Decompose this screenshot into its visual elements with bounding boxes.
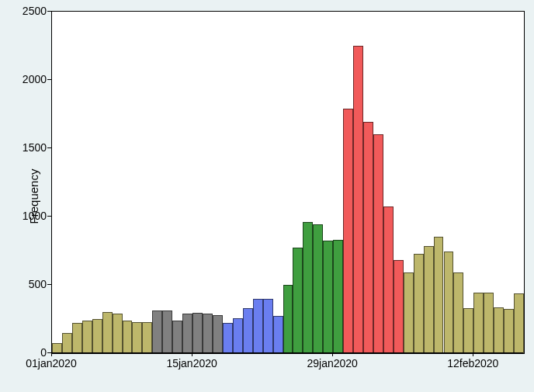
bar [273, 316, 283, 353]
bar [424, 246, 434, 353]
bar [162, 310, 172, 353]
y-tick-label: 2000 [8, 73, 47, 85]
bar [353, 46, 363, 353]
bar [263, 299, 273, 353]
bar [434, 237, 444, 353]
bar [313, 224, 323, 353]
bar [92, 319, 102, 353]
bar [142, 322, 152, 353]
bar [343, 109, 353, 353]
bar [373, 134, 383, 353]
bar [203, 314, 213, 353]
bar [494, 307, 504, 353]
bar [113, 314, 123, 353]
bar [233, 318, 243, 353]
x-tick-label: 01jan2020 [26, 357, 76, 369]
x-tick-label: 15jan2020 [166, 357, 217, 369]
bar [223, 323, 233, 353]
bar [253, 299, 263, 353]
x-tick-label: 29jan2020 [307, 357, 358, 369]
bar [123, 321, 133, 353]
bar [323, 241, 333, 353]
bar [303, 222, 313, 353]
bar [243, 308, 253, 353]
bar [213, 315, 223, 353]
bar [444, 252, 454, 353]
plot-area [51, 11, 525, 354]
bar [383, 206, 394, 353]
bar [463, 308, 473, 353]
bar [333, 240, 343, 353]
bar [394, 260, 404, 353]
bar [182, 314, 192, 353]
bar [132, 322, 142, 353]
x-tick-label: 12feb2020 [447, 357, 498, 369]
bar [514, 293, 524, 353]
bar [102, 312, 113, 353]
bar [453, 272, 463, 353]
bar [504, 309, 514, 353]
bar [484, 293, 494, 353]
bar [404, 272, 414, 353]
bar [72, 323, 82, 353]
bar [152, 310, 162, 353]
y-tick-label: 1500 [8, 141, 47, 154]
y-tick-label: 1000 [8, 210, 47, 222]
bar [363, 122, 373, 353]
bar [192, 313, 203, 353]
bar [414, 254, 424, 353]
y-tick-label: 2500 [8, 5, 47, 17]
bar [473, 293, 484, 353]
y-tick-label: 500 [8, 278, 47, 290]
y-axis-line [51, 11, 52, 352]
x-axis-line [51, 352, 523, 353]
bar [82, 321, 92, 353]
bar [172, 321, 182, 353]
bar [293, 248, 303, 353]
bar [62, 333, 72, 353]
bar [283, 285, 293, 353]
chart-frame: Frequency 05001000150020002500 01jan2020… [0, 0, 534, 392]
